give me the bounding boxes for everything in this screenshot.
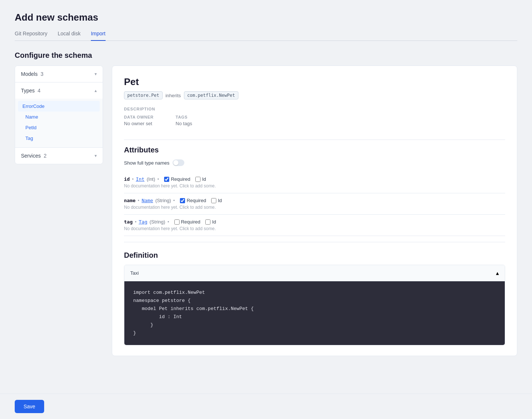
attr-name-type-link[interactable]: Name: [142, 198, 153, 203]
entity-badges: petstore.Pet inherits com.petflix.NewPet: [124, 91, 505, 99]
save-button[interactable]: Save: [15, 400, 44, 413]
definition-accordion: Taxi ▴ import com.petflix.NewPet namespa…: [124, 265, 505, 345]
attr-name-type-text: (String): [155, 198, 171, 203]
accordion-services-chevron: ▾: [95, 153, 97, 158]
attr-tag-id-checkbox[interactable]: [205, 219, 210, 225]
attr-name-required-checkbox[interactable]: [180, 198, 185, 203]
tab-local-disk[interactable]: Local disk: [58, 31, 81, 41]
attr-id-top-line: id • Int (Int) • Required Id: [124, 176, 505, 182]
attr-name-dot1: •: [138, 198, 139, 203]
configure-schema-title: Configure the schema: [15, 51, 517, 60]
right-panel: Pet petstore.Pet inherits com.petflix.Ne…: [112, 66, 517, 356]
attr-id-id-text: Id: [202, 176, 206, 182]
attr-name-id-label[interactable]: Id: [211, 198, 222, 203]
attr-name-top-line: name • Name (String) • Required Id: [124, 198, 505, 203]
entity-inherits-label: inherits: [166, 93, 181, 98]
attr-id-type-text: (Int): [147, 176, 155, 182]
attr-tag-type-link[interactable]: Tag: [139, 219, 147, 225]
attr-id-dot1: •: [132, 176, 134, 182]
left-panel: Models 3 ▾ Types 4 ▴ ErrorCode Na: [15, 66, 103, 164]
attr-id-name: id: [124, 176, 130, 182]
sidebar-item-tag[interactable]: Tag: [15, 133, 103, 144]
attr-tag-dot2: •: [167, 219, 169, 225]
definition-accordion-label: Taxi: [130, 270, 139, 276]
attr-name-id-text: Id: [218, 198, 222, 203]
full-type-names-toggle[interactable]: [173, 159, 184, 166]
attr-name-dot2: •: [173, 198, 175, 203]
entity-meta-section: DESCRIPTION DATA OWNER No owner set TAGS…: [124, 107, 505, 132]
entity-meta-row: DATA OWNER No owner set TAGS No tags: [124, 115, 505, 126]
definition-code-block: import com.petflix.NewPet namespace pets…: [124, 281, 505, 345]
accordion-models-count: 3: [40, 71, 43, 77]
attr-tag-required-checkbox[interactable]: [174, 219, 180, 225]
accordion-services-header[interactable]: Services 2 ▾: [15, 148, 103, 164]
attr-name-required-label[interactable]: Required: [180, 198, 206, 203]
attr-id-required-label[interactable]: Required: [164, 176, 190, 182]
attribute-row-tag: tag • Tag (String) • Required Id: [124, 215, 505, 236]
attr-name-doc[interactable]: No documentation here yet. Click to add …: [124, 205, 505, 210]
attr-id-required-text: Required: [171, 176, 190, 182]
accordion-models: Models 3 ▾: [15, 66, 103, 82]
accordion-models-label: Models: [21, 71, 38, 77]
attr-name-required-text: Required: [187, 198, 206, 203]
divider-1: [124, 140, 505, 140]
accordion-services: Services 2 ▾: [15, 148, 103, 164]
attr-name-checkboxes: Required Id: [180, 198, 222, 203]
attr-id-required-checkbox[interactable]: [164, 177, 169, 182]
accordion-types-count: 4: [38, 88, 40, 94]
attr-id-type-link[interactable]: Int: [136, 176, 144, 182]
accordion-types-chevron: ▴: [95, 88, 97, 93]
attribute-row-name: name • Name (String) • Required Id: [124, 193, 505, 215]
attr-id-id-label[interactable]: Id: [195, 176, 206, 182]
data-owner-value: No owner set: [124, 121, 153, 126]
divider-2: [124, 242, 505, 242]
attr-tag-required-label[interactable]: Required: [174, 219, 201, 225]
entity-namespace-badge: petstore.Pet: [124, 91, 163, 99]
attr-tag-type-text: (String): [150, 219, 166, 225]
accordion-types-content: ErrorCode Name PetId Tag: [15, 99, 103, 147]
toggle-label: Show full type names: [124, 160, 170, 166]
definition-section-title: Definition: [124, 251, 505, 260]
toggle-row: Show full type names: [124, 159, 505, 166]
meta-col-owner: DATA OWNER No owner set: [124, 115, 153, 126]
attr-tag-name: tag: [124, 219, 132, 225]
attribute-row-id: id • Int (Int) • Required Id: [124, 172, 505, 193]
attr-id-dot2: •: [157, 176, 159, 182]
tab-import[interactable]: Import: [91, 31, 106, 41]
definition-chevron-icon: ▴: [496, 270, 499, 277]
attr-tag-checkboxes: Required Id: [174, 219, 216, 225]
attr-id-doc[interactable]: No documentation here yet. Click to add …: [124, 183, 505, 189]
attr-tag-required-text: Required: [181, 219, 201, 225]
attr-tag-id-text: Id: [212, 219, 216, 225]
tags-label: TAGS: [175, 115, 192, 119]
accordion-services-label: Services: [21, 153, 41, 159]
accordion-types-header[interactable]: Types 4 ▴: [15, 82, 103, 99]
attr-tag-doc[interactable]: No documentation here yet. Click to add …: [124, 226, 505, 231]
definition-accordion-header[interactable]: Taxi ▴: [124, 265, 505, 281]
attr-tag-dot1: •: [135, 219, 136, 225]
entity-name: Pet: [124, 76, 505, 88]
sidebar-item-errorcode[interactable]: ErrorCode: [18, 101, 100, 112]
attr-tag-top-line: tag • Tag (String) • Required Id: [124, 219, 505, 225]
main-layout: Models 3 ▾ Types 4 ▴ ErrorCode Na: [15, 66, 517, 356]
accordion-models-header[interactable]: Models 3 ▾: [15, 66, 103, 82]
tabs-bar: Git Repository Local disk Import: [15, 31, 517, 41]
accordion-services-count: 2: [44, 153, 47, 159]
sidebar-item-name[interactable]: Name: [15, 112, 103, 122]
definition-section: Definition Taxi ▴ import com.petflix.New…: [124, 251, 505, 345]
entity-inherits-badge: com.petflix.NewPet: [184, 91, 238, 99]
attr-name-name: name: [124, 198, 135, 203]
data-owner-label: DATA OWNER: [124, 115, 153, 119]
sidebar-item-petid[interactable]: PetId: [15, 122, 103, 133]
tags-value: No tags: [175, 121, 192, 126]
attr-id-id-checkbox[interactable]: [195, 177, 201, 182]
accordion-types-label: Types: [21, 88, 35, 94]
attributes-section-title: Attributes: [124, 146, 505, 154]
attr-name-id-checkbox[interactable]: [211, 198, 216, 203]
attr-tag-id-label[interactable]: Id: [205, 219, 216, 225]
page-title: Add new schemas: [15, 12, 517, 23]
meta-col-tags: TAGS No tags: [175, 115, 192, 126]
attr-id-checkboxes: Required Id: [164, 176, 206, 182]
tab-git-repository[interactable]: Git Repository: [15, 31, 47, 41]
accordion-models-chevron: ▾: [95, 71, 97, 77]
